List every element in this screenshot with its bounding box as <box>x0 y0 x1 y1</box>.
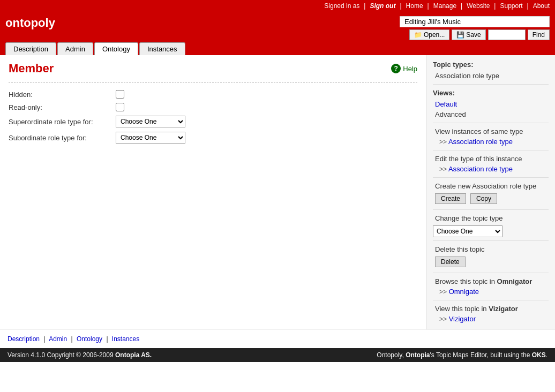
website-link[interactable]: Website <box>467 2 490 10</box>
omnigator-bold: Omnigator <box>497 277 532 285</box>
hidden-label: Hidden: <box>9 91 116 99</box>
header-tools: 📁 Open... 💾 Save Find <box>409 29 550 40</box>
bottom-left: Version 4.1.0 Copyright © 2006-2009 Onto… <box>8 351 152 359</box>
save-btn-label: Save <box>466 31 481 39</box>
change-type-select-row: Choose One <box>433 225 549 237</box>
topic-types-title: Topic types: <box>433 61 549 69</box>
sidebar-divider-5 <box>433 209 549 210</box>
open-btn-label: Open... <box>424 31 445 39</box>
footer-admin-link[interactable]: Admin <box>49 335 67 343</box>
sign-out-link[interactable]: Sign out <box>370 2 395 10</box>
top-bar: Signed in as | Sign out | Home | Manage … <box>0 0 555 12</box>
edit-type-text: Edit the type of this instance <box>433 154 549 164</box>
logo: ontopoly <box>5 16 55 34</box>
find-input[interactable] <box>488 29 526 40</box>
advanced-view-item: Advanced <box>433 109 549 119</box>
help-link[interactable]: ? Help <box>391 64 417 73</box>
omnigate-arrow: >> <box>439 288 447 296</box>
vizigator-bold: Vizigator <box>489 305 518 313</box>
readonly-label: Read-only: <box>9 103 116 111</box>
find-button[interactable]: Find <box>528 29 550 40</box>
sidebar-divider-3 <box>433 150 549 150</box>
browse-omnigator-text: Browse this topic in Omnigator <box>433 276 549 287</box>
default-view-item[interactable]: Default <box>433 99 549 109</box>
footer-instances-link[interactable]: Instances <box>112 335 139 343</box>
view-instances-arrow: >> <box>439 138 447 146</box>
sidebar: Topic types: Association role type Views… <box>426 55 555 329</box>
edit-type-link-row: >> Association role type <box>433 164 549 174</box>
sidebar-divider-7 <box>433 273 549 273</box>
hidden-checkbox[interactable] <box>116 90 124 99</box>
superordinate-label: Superordinate role type for: <box>9 118 116 126</box>
page-title: Member <box>9 62 54 76</box>
sidebar-divider-1 <box>433 84 549 85</box>
support-link[interactable]: Support <box>500 2 522 10</box>
delete-text: Delete this topic <box>433 244 549 254</box>
save-button[interactable]: 💾 Save <box>452 29 485 40</box>
tab-admin[interactable]: Admin <box>57 42 93 55</box>
readonly-row: Read-only: <box>9 103 417 111</box>
association-role-type-item: Association role type <box>433 71 549 81</box>
bottom-right: Ontopoly, Ontopia's Topic Maps Editor, b… <box>377 351 548 359</box>
tab-description[interactable]: Description <box>5 42 56 55</box>
advanced-view-label: Advanced <box>435 110 466 118</box>
bottom-bar: Version 4.1.0 Copyright © 2006-2009 Onto… <box>0 348 555 362</box>
help-icon: ? <box>391 64 401 73</box>
folder-icon: 📁 <box>414 31 422 39</box>
signed-in-as-text: Signed in as <box>324 2 359 10</box>
omnigate-link[interactable]: Omnigate <box>449 288 479 296</box>
views-title: Views: <box>433 89 549 97</box>
oks-bold: OKS <box>532 351 546 359</box>
superordinate-row: Superordinate role type for: Choose One <box>9 116 417 127</box>
vizigator-link[interactable]: Vizigator <box>449 315 476 323</box>
create-copy-row: Create Copy <box>433 191 549 206</box>
page-title-row: Member ? Help <box>9 62 417 76</box>
ontopia-bold: Ontopia <box>406 351 430 359</box>
disk-icon: 💾 <box>456 31 464 39</box>
footer-description-link[interactable]: Description <box>8 335 40 343</box>
header-right: 📁 Open... 💾 Save Find <box>400 16 550 40</box>
open-button[interactable]: 📁 Open... <box>409 29 449 40</box>
sidebar-divider-4 <box>433 177 549 178</box>
sidebar-divider-6 <box>433 240 549 241</box>
change-type-select[interactable]: Choose One <box>433 225 502 237</box>
footer-links: Description | Admin | Ontology | Instanc… <box>0 329 555 348</box>
editing-label-input[interactable] <box>400 16 550 27</box>
content: Member ? Help Hidden: Read-only: Superor… <box>0 55 426 329</box>
help-label: Help <box>403 65 417 73</box>
copy-button[interactable]: Copy <box>470 193 497 204</box>
nav-tabs: Description Admin Ontology Instances <box>0 40 555 55</box>
tab-ontology[interactable]: Ontology <box>94 42 138 55</box>
subordinate-select[interactable]: Choose One <box>116 132 185 144</box>
edit-type-link[interactable]: Association role type <box>448 165 513 173</box>
header: ontopoly 📁 Open... 💾 Save Find <box>0 12 555 40</box>
view-vizigator-text: View this topic in Vizigator <box>433 304 549 314</box>
view-instances-link[interactable]: Association role type <box>448 138 513 146</box>
delete-button[interactable]: Delete <box>435 257 466 267</box>
vizigator-link-row: >> Vizigator <box>433 314 549 324</box>
hidden-row: Hidden: <box>9 90 417 99</box>
create-button[interactable]: Create <box>435 193 466 204</box>
omnigate-link-row: >> Omnigate <box>433 287 549 297</box>
tab-instances[interactable]: Instances <box>139 42 185 55</box>
about-link[interactable]: About <box>533 2 550 10</box>
content-divider <box>9 82 417 82</box>
manage-link[interactable]: Manage <box>433 2 456 10</box>
ontopia-as-bold: Ontopia AS. <box>115 351 152 359</box>
vizigator-arrow: >> <box>439 315 447 323</box>
default-view-link[interactable]: Default <box>435 100 457 108</box>
subordinate-row: Subordinate role type for: Choose One <box>9 132 417 144</box>
footer-ontology-link[interactable]: Ontology <box>77 335 102 343</box>
view-instances-link-row: >> Association role type <box>433 137 549 147</box>
edit-type-arrow: >> <box>439 165 447 173</box>
view-instances-text: View instances of same type <box>433 126 549 137</box>
sidebar-divider-8 <box>433 300 549 300</box>
create-new-text: Create new Association role type <box>433 181 549 191</box>
readonly-checkbox[interactable] <box>116 103 124 111</box>
change-type-text: Change the topic type <box>433 213 549 223</box>
superordinate-select[interactable]: Choose One <box>116 116 185 127</box>
subordinate-label: Subordinate role type for: <box>9 134 116 142</box>
association-role-type-label: Association role type <box>435 72 499 80</box>
home-link[interactable]: Home <box>406 2 423 10</box>
delete-btn-row: Delete <box>433 254 549 269</box>
